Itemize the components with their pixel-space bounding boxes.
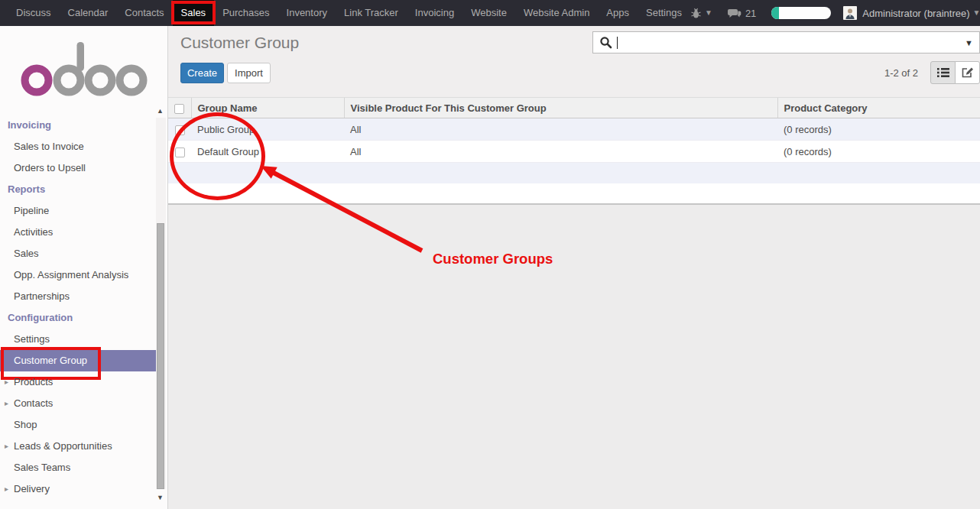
nav-item-invoicing[interactable]: Invoicing [407,0,462,26]
menu-heading-configuration: Configuration [0,307,167,329]
sidebar-item-label: Delivery [14,483,50,494]
sidebar-item-sales[interactable]: Sales [0,243,167,264]
sidebar-item-partnerships[interactable]: Partnerships [0,286,167,307]
odoo-logo[interactable] [0,26,167,115]
select-all-checkbox[interactable] [174,104,184,114]
sidebar-item-shop[interactable]: Shop [0,414,167,436]
nav-item-discuss[interactable]: Discuss [8,0,60,26]
sidebar-item-pipeline[interactable]: Pipeline [0,200,167,222]
import-button[interactable]: Import [227,63,271,83]
sidebar-item-label: Products [14,376,53,387]
nav-item-sales[interactable]: Sales [173,0,215,26]
row-checkbox[interactable] [175,125,185,135]
control-panel: Customer Group Create Import ▼ 1-2 of 2 [168,26,980,97]
cell-visible-product: All [344,141,777,163]
sidebar-item-sales-teams[interactable]: Sales Teams [0,457,167,478]
cell-group-name: Public Group [191,118,344,141]
empty-table-row [168,183,980,203]
cell-product-category: (0 records) [777,118,980,141]
user-menu-label[interactable]: Administrator (braintree) [862,8,969,19]
nav-item-inventory[interactable]: Inventory [278,0,336,26]
nav-item-calendar[interactable]: Calendar [60,0,117,26]
search-input[interactable] [618,32,960,53]
form-view-button[interactable] [955,61,980,84]
table-row[interactable]: Default Group All (0 records) [168,141,980,163]
sidebar: Invoicing Sales to Invoice Orders to Ups… [0,26,168,509]
expand-arrow-icon[interactable]: ▸ [5,371,8,393]
caret-down-icon[interactable]: ▼ [973,9,980,17]
progress-fill [771,7,779,19]
expand-arrow-icon[interactable]: ▸ [5,393,8,414]
scroll-up-arrow-icon[interactable]: ▲ [157,108,164,115]
customer-group-table: Group Name Visible Product For This Cust… [168,97,980,163]
sidebar-menu: Invoicing Sales to Invoice Orders to Ups… [0,115,167,500]
nav-item-website-admin[interactable]: Website Admin [515,0,598,26]
message-count-badge[interactable]: 21 [745,8,756,19]
pager-text: 1-2 of 2 [884,67,918,79]
sidebar-item-contacts[interactable]: ▸ Contacts [0,393,167,414]
column-header-product-category[interactable]: Product Category [777,98,980,118]
select-all-header-cell [168,98,191,118]
sidebar-item-label: Leads & Opportunities [14,440,112,452]
topbar-right-cluster: ▼ 21 Administrator (braintree) ▼ [690,0,980,26]
sidebar-item-leads-opportunities[interactable]: ▸ Leads & Opportunities [0,436,167,457]
sidebar-item-activities[interactable]: Activities [0,222,167,243]
menu-heading-reports: Reports [0,179,167,200]
nav-item-contacts[interactable]: Contacts [116,0,172,26]
cell-visible-product: All [344,118,777,141]
menu-heading-invoicing: Invoicing [0,115,167,136]
search-icon [599,36,612,49]
cell-group-name: Default Group [191,141,344,163]
sidebar-item-delivery[interactable]: ▸ Delivery [0,478,167,500]
search-box: ▼ [592,31,980,53]
top-navbar: Discuss Calendar Contacts Sales Purchase… [0,0,980,26]
sidebar-item-opp-assignment-analysis[interactable]: Opp. Assignment Analysis [0,264,167,286]
column-header-group-name[interactable]: Group Name [191,98,344,118]
create-button[interactable]: Create [180,63,224,83]
pager-row: 1-2 of 2 [884,61,980,84]
cell-product-category: (0 records) [777,141,980,163]
empty-table-row [168,163,980,183]
nav-item-settings[interactable]: Settings [638,0,690,26]
caret-down-icon[interactable]: ▼ [705,9,712,17]
progress-pill[interactable] [771,7,831,19]
row-checkbox[interactable] [175,148,185,157]
nav-item-apps[interactable]: Apps [598,0,638,26]
main-content: Customer Group Create Import ▼ 1-2 of 2 [168,26,980,509]
list-view-button[interactable] [930,61,956,84]
scroll-down-arrow-icon[interactable]: ▼ [157,494,164,501]
column-header-visible-product[interactable]: Visible Product For This Customer Group [344,98,777,118]
sidebar-item-settings[interactable]: Settings [0,329,167,350]
sidebar-item-label: Contacts [14,397,53,409]
expand-arrow-icon[interactable]: ▸ [5,436,8,457]
sidebar-item-sales-to-invoice[interactable]: Sales to Invoice [0,136,167,157]
nav-item-link-tracker[interactable]: Link Tracker [336,0,407,26]
expand-arrow-icon[interactable]: ▸ [5,478,8,500]
page-title: Customer Group [180,34,299,52]
table-header-row: Group Name Visible Product For This Cust… [168,98,980,118]
bug-icon[interactable] [690,8,702,19]
content-background [168,203,980,509]
search-dropdown-caret-icon[interactable]: ▼ [965,38,973,47]
nav-item-purchases[interactable]: Purchases [214,0,277,26]
chat-bubble-icon[interactable] [728,8,741,19]
sidebar-item-customer-group[interactable]: Customer Group [0,350,156,371]
sidebar-item-orders-to-upsell[interactable]: Orders to Upsell [0,157,167,179]
sidebar-scrollbar-thumb[interactable] [157,223,164,489]
table-row[interactable]: Public Group All (0 records) [168,118,980,141]
nav-item-website[interactable]: Website [462,0,515,26]
user-avatar[interactable] [843,6,857,20]
sidebar-item-products[interactable]: ▸ Products [0,371,167,393]
